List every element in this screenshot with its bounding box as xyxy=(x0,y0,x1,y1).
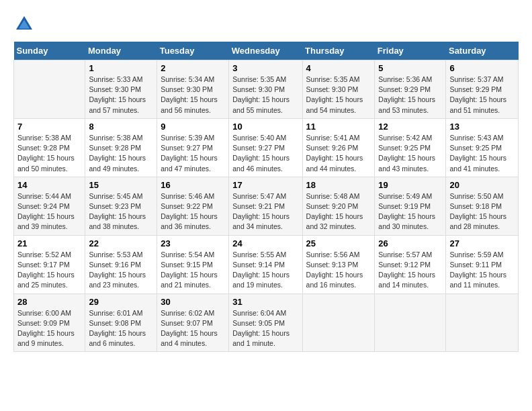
day-number: 5 xyxy=(378,63,442,73)
day-cell: 26Sunrise: 5:57 AMSunset: 9:12 PMDayligh… xyxy=(375,235,446,293)
day-number: 19 xyxy=(378,180,442,190)
day-number: 20 xyxy=(449,180,515,190)
day-cell: 10Sunrise: 5:40 AMSunset: 9:27 PMDayligh… xyxy=(229,118,302,177)
calendar-body: 1Sunrise: 5:33 AMSunset: 9:30 PMDaylight… xyxy=(14,60,519,352)
day-info: Sunrise: 6:02 AMSunset: 9:07 PMDaylight:… xyxy=(161,308,225,349)
day-cell: 25Sunrise: 5:56 AMSunset: 9:13 PMDayligh… xyxy=(302,235,375,293)
day-info: Sunrise: 5:35 AMSunset: 9:30 PMDaylight:… xyxy=(306,75,371,116)
day-number: 13 xyxy=(449,122,515,132)
day-info: Sunrise: 5:40 AMSunset: 9:27 PMDaylight:… xyxy=(232,133,298,174)
page-container: SundayMondayTuesdayWednesdayThursdayFrid… xyxy=(13,13,519,352)
day-number: 15 xyxy=(89,180,153,190)
day-number: 11 xyxy=(306,122,371,132)
day-info: Sunrise: 5:56 AMSunset: 9:13 PMDaylight:… xyxy=(306,250,371,291)
day-info: Sunrise: 5:38 AMSunset: 9:28 PMDaylight:… xyxy=(89,133,153,174)
day-cell: 1Sunrise: 5:33 AMSunset: 9:30 PMDaylight… xyxy=(85,60,157,119)
day-info: Sunrise: 5:35 AMSunset: 9:30 PMDaylight:… xyxy=(232,75,298,116)
day-cell: 31Sunrise: 6:04 AMSunset: 9:05 PMDayligh… xyxy=(229,293,302,352)
day-number: 9 xyxy=(161,122,225,132)
day-cell: 21Sunrise: 5:52 AMSunset: 9:17 PMDayligh… xyxy=(14,235,85,293)
day-info: Sunrise: 5:34 AMSunset: 9:30 PMDaylight:… xyxy=(161,75,225,116)
day-cell: 8Sunrise: 5:38 AMSunset: 9:28 PMDaylight… xyxy=(85,118,157,177)
day-info: Sunrise: 5:38 AMSunset: 9:28 PMDaylight:… xyxy=(17,133,81,174)
day-number: 6 xyxy=(449,63,515,73)
week-row-2: 7Sunrise: 5:38 AMSunset: 9:28 PMDaylight… xyxy=(14,118,519,177)
day-cell: 20Sunrise: 5:50 AMSunset: 9:18 PMDayligh… xyxy=(446,177,519,235)
day-number: 26 xyxy=(378,238,442,248)
day-cell xyxy=(14,60,85,119)
day-info: Sunrise: 6:01 AMSunset: 9:08 PMDaylight:… xyxy=(89,308,153,349)
day-info: Sunrise: 5:41 AMSunset: 9:26 PMDaylight:… xyxy=(306,133,371,174)
logo xyxy=(13,13,38,35)
day-number: 23 xyxy=(161,238,225,248)
week-row-1: 1Sunrise: 5:33 AMSunset: 9:30 PMDaylight… xyxy=(14,60,519,119)
day-cell: 9Sunrise: 5:39 AMSunset: 9:27 PMDaylight… xyxy=(157,118,229,177)
day-cell: 28Sunrise: 6:00 AMSunset: 9:09 PMDayligh… xyxy=(14,293,85,352)
day-info: Sunrise: 5:59 AMSunset: 9:11 PMDaylight:… xyxy=(449,250,515,291)
day-cell xyxy=(302,293,375,352)
header-day-monday: Monday xyxy=(85,42,157,60)
day-number: 29 xyxy=(89,297,153,307)
day-info: Sunrise: 5:43 AMSunset: 9:25 PMDaylight:… xyxy=(449,133,515,174)
day-number: 17 xyxy=(232,180,298,190)
day-cell xyxy=(375,293,446,352)
day-number: 12 xyxy=(378,122,442,132)
day-info: Sunrise: 5:36 AMSunset: 9:29 PMDaylight:… xyxy=(378,75,442,116)
header-area xyxy=(13,13,519,35)
day-cell: 4Sunrise: 5:35 AMSunset: 9:30 PMDaylight… xyxy=(302,60,375,119)
day-info: Sunrise: 5:33 AMSunset: 9:30 PMDaylight:… xyxy=(89,75,153,116)
day-cell: 22Sunrise: 5:53 AMSunset: 9:16 PMDayligh… xyxy=(85,235,157,293)
day-info: Sunrise: 5:49 AMSunset: 9:19 PMDaylight:… xyxy=(378,191,442,232)
header-day-friday: Friday xyxy=(375,42,446,60)
day-number: 30 xyxy=(161,297,225,307)
day-cell: 15Sunrise: 5:45 AMSunset: 9:23 PMDayligh… xyxy=(85,177,157,235)
day-cell: 12Sunrise: 5:42 AMSunset: 9:25 PMDayligh… xyxy=(375,118,446,177)
day-number: 28 xyxy=(17,297,81,307)
day-number: 1 xyxy=(89,63,153,73)
day-cell xyxy=(446,293,519,352)
calendar-header: SundayMondayTuesdayWednesdayThursdayFrid… xyxy=(14,42,519,60)
day-info: Sunrise: 5:54 AMSunset: 9:15 PMDaylight:… xyxy=(161,250,225,291)
day-number: 4 xyxy=(306,63,371,73)
day-cell: 18Sunrise: 5:48 AMSunset: 9:20 PMDayligh… xyxy=(302,177,375,235)
day-info: Sunrise: 6:04 AMSunset: 9:05 PMDaylight:… xyxy=(232,308,298,349)
day-cell: 17Sunrise: 5:47 AMSunset: 9:21 PMDayligh… xyxy=(229,177,302,235)
logo-icon xyxy=(13,13,35,35)
day-info: Sunrise: 5:44 AMSunset: 9:24 PMDaylight:… xyxy=(17,191,81,232)
day-cell: 29Sunrise: 6:01 AMSunset: 9:08 PMDayligh… xyxy=(85,293,157,352)
day-info: Sunrise: 5:53 AMSunset: 9:16 PMDaylight:… xyxy=(89,250,153,291)
day-number: 25 xyxy=(306,238,371,248)
day-number: 7 xyxy=(17,122,81,132)
day-cell: 2Sunrise: 5:34 AMSunset: 9:30 PMDaylight… xyxy=(157,60,229,119)
day-number: 16 xyxy=(161,180,225,190)
day-cell: 30Sunrise: 6:02 AMSunset: 9:07 PMDayligh… xyxy=(157,293,229,352)
day-info: Sunrise: 5:48 AMSunset: 9:20 PMDaylight:… xyxy=(306,191,371,232)
day-cell: 7Sunrise: 5:38 AMSunset: 9:28 PMDaylight… xyxy=(14,118,85,177)
day-cell: 16Sunrise: 5:46 AMSunset: 9:22 PMDayligh… xyxy=(157,177,229,235)
day-cell: 13Sunrise: 5:43 AMSunset: 9:25 PMDayligh… xyxy=(446,118,519,177)
header-row: SundayMondayTuesdayWednesdayThursdayFrid… xyxy=(14,42,519,60)
header-day-sunday: Sunday xyxy=(14,42,85,60)
calendar-table: SundayMondayTuesdayWednesdayThursdayFrid… xyxy=(13,42,519,352)
day-cell: 27Sunrise: 5:59 AMSunset: 9:11 PMDayligh… xyxy=(446,235,519,293)
week-row-3: 14Sunrise: 5:44 AMSunset: 9:24 PMDayligh… xyxy=(14,177,519,235)
header-day-thursday: Thursday xyxy=(302,42,375,60)
day-number: 22 xyxy=(89,238,153,248)
header-day-tuesday: Tuesday xyxy=(157,42,229,60)
day-info: Sunrise: 6:00 AMSunset: 9:09 PMDaylight:… xyxy=(17,308,81,349)
day-cell: 23Sunrise: 5:54 AMSunset: 9:15 PMDayligh… xyxy=(157,235,229,293)
day-number: 24 xyxy=(232,238,298,248)
day-info: Sunrise: 5:39 AMSunset: 9:27 PMDaylight:… xyxy=(161,133,225,174)
week-row-4: 21Sunrise: 5:52 AMSunset: 9:17 PMDayligh… xyxy=(14,235,519,293)
day-cell: 11Sunrise: 5:41 AMSunset: 9:26 PMDayligh… xyxy=(302,118,375,177)
day-cell: 14Sunrise: 5:44 AMSunset: 9:24 PMDayligh… xyxy=(14,177,85,235)
day-number: 18 xyxy=(306,180,371,190)
day-number: 3 xyxy=(232,63,298,73)
day-cell: 19Sunrise: 5:49 AMSunset: 9:19 PMDayligh… xyxy=(375,177,446,235)
day-info: Sunrise: 5:50 AMSunset: 9:18 PMDaylight:… xyxy=(449,191,515,232)
day-number: 21 xyxy=(17,238,81,248)
day-number: 14 xyxy=(17,180,81,190)
day-info: Sunrise: 5:47 AMSunset: 9:21 PMDaylight:… xyxy=(232,191,298,232)
day-info: Sunrise: 5:57 AMSunset: 9:12 PMDaylight:… xyxy=(378,250,442,291)
day-info: Sunrise: 5:42 AMSunset: 9:25 PMDaylight:… xyxy=(378,133,442,174)
